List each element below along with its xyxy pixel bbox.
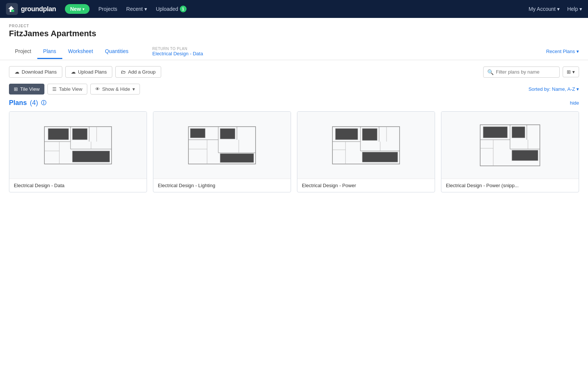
tile-icon: ⊞ <box>14 86 18 92</box>
svg-rect-44 <box>483 127 507 138</box>
return-to-plan-label: RETURN TO PLAN <box>152 47 203 51</box>
svg-rect-32 <box>335 129 358 140</box>
floor-plan-svg-1 <box>37 119 119 171</box>
return-to-plan: RETURN TO PLAN Electrical Design - Data <box>143 43 203 60</box>
nav-my-account[interactable]: My Account ▾ <box>529 6 560 12</box>
tab-plans[interactable]: Plans <box>37 44 62 59</box>
project-title: FitzJames Apartments <box>9 29 579 38</box>
folder-icon: 🗁 <box>121 69 126 75</box>
tile-view-button[interactable]: ⊞ Tile View <box>9 84 44 95</box>
tabs: Project Plans Worksheet Quantities RETUR… <box>0 43 588 60</box>
nav-uploaded[interactable]: Uploaded 1 <box>156 6 187 12</box>
sorted-by-label[interactable]: Sorted by: Name, A-Z ▾ <box>528 86 579 92</box>
svg-rect-22 <box>220 129 235 139</box>
navbar: groundplan New ▾ Projects Recent ▾ Uploa… <box>0 0 588 18</box>
plans-title: Plans (4) ⓘ <box>9 99 46 107</box>
svg-rect-23 <box>220 154 254 162</box>
main-content: PROJECT FitzJames Apartments Project Pla… <box>0 18 588 390</box>
logo[interactable]: groundplan <box>6 3 56 15</box>
tabs-right: Recent Plans ▾ <box>546 49 579 54</box>
filter-button[interactable]: ⊞ ▾ <box>563 66 579 77</box>
new-btn-caret: ▾ <box>82 7 84 11</box>
view-toggle-bar: ⊞ Tile View ☰ Table View 👁 Show & Hide ▾… <box>0 84 588 99</box>
nav-help[interactable]: Help ▾ <box>567 6 582 12</box>
svg-rect-10 <box>72 129 87 140</box>
plans-header: Plans (4) ⓘ hide <box>9 99 579 107</box>
toolbar-right: 🔍 ⊞ ▾ <box>483 66 579 78</box>
floor-plan-svg-2 <box>181 119 263 171</box>
show-hide-button[interactable]: 👁 Show & Hide ▾ <box>90 84 140 95</box>
nav-right: My Account ▾ Help ▾ <box>529 6 582 12</box>
plan-card-name: Electrical Design - Power <box>297 179 435 192</box>
toolbar: ☁ Download Plans ☁ Upload Plans 🗁 Add a … <box>0 60 588 84</box>
svg-rect-11 <box>72 151 110 162</box>
svg-rect-34 <box>362 152 398 162</box>
eye-icon: 👁 <box>95 86 100 92</box>
plan-thumbnail <box>9 112 147 179</box>
plan-card-name: Electrical Design - Data <box>9 179 147 192</box>
upload-icon: ☁ <box>71 69 76 75</box>
search-icon: 🔍 <box>487 69 494 75</box>
svg-rect-21 <box>190 129 205 138</box>
filter-icon: ⊞ <box>567 69 571 75</box>
plan-card[interactable]: Electrical Design - Lighting <box>153 111 291 192</box>
return-to-plan-link[interactable]: Electrical Design - Data <box>152 51 203 56</box>
add-group-button[interactable]: 🗁 Add a Group <box>115 66 161 78</box>
search-input[interactable] <box>496 69 556 75</box>
plan-card[interactable]: Electrical Design - Power (snipp... <box>441 111 579 192</box>
new-button[interactable]: New ▾ <box>65 4 90 14</box>
download-plans-button[interactable]: ☁ Download Plans <box>9 66 62 78</box>
download-icon: ☁ <box>15 69 19 75</box>
table-icon: ☰ <box>52 86 57 92</box>
svg-rect-1 <box>11 10 14 12</box>
plan-card[interactable]: Electrical Design - Data <box>9 111 147 192</box>
plan-thumbnail <box>441 112 579 179</box>
plans-hide-button[interactable]: hide <box>570 100 579 106</box>
uploaded-badge: 1 <box>180 6 187 12</box>
plan-thumbnail <box>153 112 291 179</box>
show-hide-caret: ▾ <box>132 86 135 92</box>
svg-rect-9 <box>48 129 69 140</box>
plan-card-name: Electrical Design - Lighting <box>153 179 291 192</box>
tab-project[interactable]: Project <box>9 44 37 59</box>
tab-worksheet[interactable]: Worksheet <box>62 44 99 59</box>
plans-section: Plans (4) ⓘ hide <box>0 99 588 192</box>
svg-rect-45 <box>512 127 525 138</box>
logo-text: groundplan <box>21 5 56 13</box>
plan-card[interactable]: Electrical Design - Power <box>297 111 435 192</box>
svg-rect-33 <box>362 129 377 140</box>
plans-grid: Electrical Design - Data <box>9 111 579 192</box>
plans-info-icon[interactable]: ⓘ <box>41 100 46 106</box>
plan-card-name: Electrical Design - Power (snipp... <box>441 179 579 192</box>
table-view-button[interactable]: ☰ Table View <box>47 84 87 95</box>
tab-quantities[interactable]: Quantities <box>99 44 134 59</box>
nav-projects[interactable]: Projects <box>98 6 118 12</box>
logo-icon <box>6 3 18 15</box>
floor-plan-svg-3 <box>325 119 407 171</box>
new-btn-label: New <box>70 6 81 12</box>
recent-plans-button[interactable]: Recent Plans ▾ <box>546 49 579 54</box>
nav-recent[interactable]: Recent ▾ <box>126 6 147 12</box>
project-header: PROJECT FitzJames Apartments <box>0 18 588 38</box>
project-label: PROJECT <box>9 24 579 28</box>
floor-plan-svg-4 <box>469 119 551 171</box>
upload-plans-button[interactable]: ☁ Upload Plans <box>65 66 112 78</box>
svg-rect-46 <box>512 150 538 161</box>
plan-thumbnail <box>297 112 435 179</box>
search-box: 🔍 <box>483 66 560 78</box>
